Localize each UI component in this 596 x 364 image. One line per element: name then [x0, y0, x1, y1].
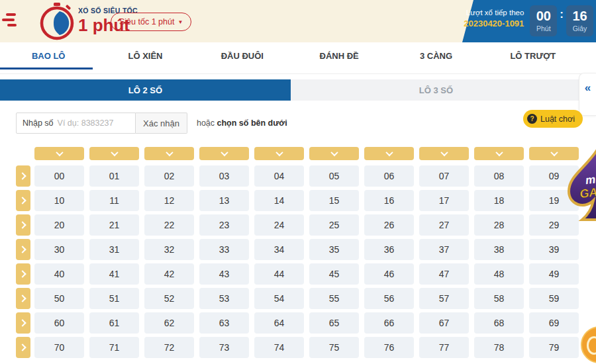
number-cell-53[interactable]: 53 — [199, 288, 249, 309]
tab-lo-truot[interactable]: LÔ TRƯỢT — [485, 42, 581, 73]
number-cell-54[interactable]: 54 — [254, 288, 304, 309]
number-cell-74[interactable]: 74 — [254, 337, 304, 358]
number-cell-76[interactable]: 76 — [364, 337, 414, 358]
number-cell-10[interactable]: 10 — [34, 190, 84, 211]
number-cell-49[interactable]: 49 — [529, 263, 579, 285]
number-cell-48[interactable]: 48 — [474, 263, 524, 285]
number-cell-30[interactable]: 30 — [34, 239, 84, 260]
number-cell-58[interactable]: 58 — [474, 288, 524, 309]
row-select-button-2[interactable] — [16, 214, 30, 236]
row-select-button-3[interactable] — [16, 239, 30, 260]
column-select-button-4[interactable] — [254, 147, 304, 160]
row-select-button-7[interactable] — [16, 337, 30, 358]
number-cell-31[interactable]: 31 — [89, 239, 139, 260]
row-select-button-0[interactable] — [16, 165, 30, 187]
number-cell-60[interactable]: 60 — [34, 312, 84, 334]
number-cell-00[interactable]: 00 — [34, 165, 84, 187]
number-cell-28[interactable]: 28 — [474, 214, 524, 236]
number-cell-38[interactable]: 38 — [474, 239, 524, 260]
number-cell-51[interactable]: 51 — [89, 288, 139, 309]
number-cell-47[interactable]: 47 — [419, 263, 469, 285]
number-cell-55[interactable]: 55 — [309, 288, 359, 309]
number-cell-39[interactable]: 39 — [529, 239, 579, 260]
lottery-type-select[interactable]: Siêu tốc 1 phút ▼ — [111, 13, 191, 31]
number-cell-25[interactable]: 25 — [309, 214, 359, 236]
number-cell-67[interactable]: 67 — [419, 312, 469, 334]
number-cell-08[interactable]: 08 — [474, 165, 524, 187]
number-cell-05[interactable]: 05 — [309, 165, 359, 187]
number-cell-20[interactable]: 20 — [34, 214, 84, 236]
column-select-button-3[interactable] — [199, 147, 249, 160]
number-cell-72[interactable]: 72 — [144, 337, 194, 358]
number-cell-57[interactable]: 57 — [419, 288, 469, 309]
number-cell-15[interactable]: 15 — [309, 190, 359, 211]
row-select-button-5[interactable] — [16, 288, 30, 309]
rules-button[interactable]: ? Luật chơi — [523, 110, 583, 128]
number-cell-14[interactable]: 14 — [254, 190, 304, 211]
number-cell-78[interactable]: 78 — [474, 337, 524, 358]
number-cell-71[interactable]: 71 — [89, 337, 139, 358]
number-cell-43[interactable]: 43 — [199, 263, 249, 285]
number-cell-79[interactable]: 79 — [529, 337, 579, 358]
column-select-button-1[interactable] — [89, 147, 139, 160]
number-cell-61[interactable]: 61 — [89, 312, 139, 334]
column-select-button-6[interactable] — [364, 147, 414, 160]
number-cell-42[interactable]: 42 — [144, 263, 194, 285]
number-cell-02[interactable]: 02 — [144, 165, 194, 187]
column-select-button-7[interactable] — [419, 147, 469, 160]
number-cell-06[interactable]: 06 — [364, 165, 414, 187]
number-cell-40[interactable]: 40 — [34, 263, 84, 285]
number-cell-01[interactable]: 01 — [89, 165, 139, 187]
row-select-button-1[interactable] — [16, 190, 30, 211]
tab-dau-duoi[interactable]: ĐẦU ĐUÔI — [194, 42, 291, 73]
column-select-button-0[interactable] — [34, 147, 84, 160]
number-cell-52[interactable]: 52 — [144, 288, 194, 309]
number-cell-11[interactable]: 11 — [89, 190, 139, 211]
number-cell-21[interactable]: 21 — [89, 214, 139, 236]
number-cell-56[interactable]: 56 — [364, 288, 414, 309]
number-cell-44[interactable]: 44 — [254, 263, 304, 285]
number-cell-13[interactable]: 13 — [199, 190, 249, 211]
row-select-button-6[interactable] — [16, 312, 30, 334]
number-cell-75[interactable]: 75 — [309, 337, 359, 358]
side-panel-collapse[interactable]: « — [579, 73, 596, 116]
number-cell-26[interactable]: 26 — [364, 214, 414, 236]
tab-lo-xien[interactable]: LÔ XIÊN — [97, 42, 193, 73]
column-select-button-5[interactable] — [309, 147, 359, 160]
number-cell-69[interactable]: 69 — [529, 312, 579, 334]
number-cell-59[interactable]: 59 — [529, 288, 579, 309]
number-cell-24[interactable]: 24 — [254, 214, 304, 236]
number-cell-18[interactable]: 18 — [474, 190, 524, 211]
number-cell-41[interactable]: 41 — [89, 263, 139, 285]
number-cell-45[interactable]: 45 — [309, 263, 359, 285]
number-cell-68[interactable]: 68 — [474, 312, 524, 334]
number-cell-62[interactable]: 62 — [144, 312, 194, 334]
number-cell-73[interactable]: 73 — [199, 337, 249, 358]
number-cell-65[interactable]: 65 — [309, 312, 359, 334]
number-cell-36[interactable]: 36 — [364, 239, 414, 260]
column-select-button-8[interactable] — [474, 147, 524, 160]
tab-bao-lo[interactable]: BAO LÔ — [0, 42, 97, 73]
number-cell-63[interactable]: 63 — [199, 312, 249, 334]
number-cell-46[interactable]: 46 — [364, 263, 414, 285]
number-cell-23[interactable]: 23 — [199, 214, 249, 236]
mini-game-badge[interactable]: mini GAME — [564, 147, 596, 226]
number-cell-27[interactable]: 27 — [419, 214, 469, 236]
number-cell-07[interactable]: 07 — [419, 165, 469, 187]
confirm-button[interactable]: Xác nhận — [136, 113, 187, 134]
number-cell-70[interactable]: 70 — [34, 337, 84, 358]
number-cell-35[interactable]: 35 — [309, 239, 359, 260]
number-cell-03[interactable]: 03 — [199, 165, 249, 187]
number-cell-50[interactable]: 50 — [34, 288, 84, 309]
number-cell-34[interactable]: 34 — [254, 239, 304, 260]
number-cell-12[interactable]: 12 — [144, 190, 194, 211]
tab-3-cang[interactable]: 3 CÀNG — [387, 42, 484, 73]
tab-danh-de[interactable]: ĐÁNH ĐỀ — [291, 42, 387, 73]
number-cell-17[interactable]: 17 — [419, 190, 469, 211]
number-cell-33[interactable]: 33 — [199, 239, 249, 260]
number-input[interactable]: Nhập số Ví dụ: 8383237 — [16, 113, 136, 134]
row-select-button-4[interactable] — [16, 263, 30, 285]
number-cell-77[interactable]: 77 — [419, 337, 469, 358]
subtab-lo-3-so[interactable]: LÔ 3 SỐ — [291, 79, 581, 101]
number-cell-32[interactable]: 32 — [144, 239, 194, 260]
